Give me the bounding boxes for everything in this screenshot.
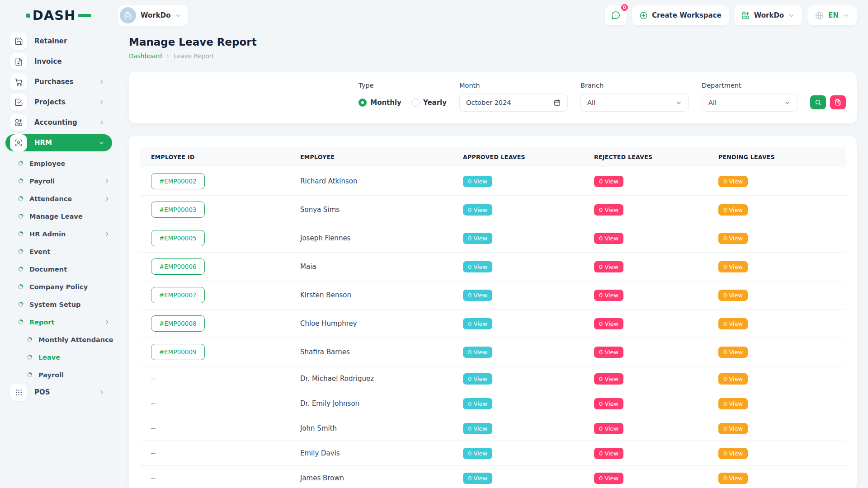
- breadcrumb-current: Leave Report: [174, 52, 214, 60]
- rejected-view-badge[interactable]: 0 View: [594, 176, 623, 187]
- chevron-down-icon: [788, 12, 795, 19]
- sidebar-item-event[interactable]: Event: [0, 243, 118, 260]
- branch-select[interactable]: All: [580, 94, 689, 112]
- create-workspace-button[interactable]: Create Workspace: [632, 5, 729, 25]
- table-row: #EMP00002Richard Atkinson0 View0 View0 V…: [140, 167, 846, 195]
- brand-logo[interactable]: DASH: [26, 8, 92, 23]
- rejected-view-badge[interactable]: 0 View: [594, 423, 623, 434]
- pending-view-badge[interactable]: 0 View: [718, 290, 748, 301]
- pending-view-badge[interactable]: 0 View: [718, 373, 748, 385]
- rejected-view-badge[interactable]: 0 View: [594, 318, 623, 329]
- sidebar-item-report[interactable]: Report: [0, 313, 118, 331]
- department-select[interactable]: All: [702, 94, 797, 112]
- employee-name-cell: Richard Atkinson: [289, 169, 452, 193]
- sidebar-item-manage-leave[interactable]: Manage Leave: [0, 207, 118, 225]
- radio-checked-icon: [359, 99, 367, 107]
- approved-view-badge[interactable]: 0 View: [463, 373, 492, 385]
- employee-id-button[interactable]: #EMP00007: [151, 287, 205, 303]
- app-menu-button[interactable]: WorkDo: [734, 5, 802, 25]
- sidebar-item-employee[interactable]: Employee: [0, 155, 118, 172]
- employee-id-button[interactable]: #EMP00003: [151, 202, 205, 218]
- approved-view-badge[interactable]: 0 View: [463, 318, 492, 329]
- employee-id-button[interactable]: #EMP00008: [151, 315, 205, 332]
- employee-name: Dr. Emily Johnson: [300, 399, 359, 408]
- approved-view-badge[interactable]: 0 View: [463, 473, 492, 484]
- approved-view-badge[interactable]: 0 View: [463, 347, 492, 358]
- sidebar-item-monthly-attendance[interactable]: Monthly Attendance: [0, 331, 118, 348]
- employee-name-cell: Chloe Humphrey: [289, 311, 452, 336]
- messages-button[interactable]: 0: [605, 5, 627, 25]
- sidebar-item-invoice[interactable]: Invoice: [5, 53, 112, 70]
- sidebar-item-payroll[interactable]: Payroll: [0, 172, 118, 190]
- cart-icon: [10, 73, 27, 90]
- pending-view-badge[interactable]: 0 View: [718, 448, 748, 459]
- rejected-view-badge[interactable]: 0 View: [594, 473, 623, 484]
- employee-id-button[interactable]: #EMP00009: [151, 344, 205, 360]
- search-button[interactable]: [810, 95, 826, 109]
- approved-view-badge[interactable]: 0 View: [463, 176, 492, 187]
- pending-view-badge[interactable]: 0 View: [718, 423, 748, 434]
- pending-view-badge[interactable]: 0 View: [718, 347, 748, 358]
- radio-yearly[interactable]: Yearly: [411, 99, 447, 107]
- employee-id-button[interactable]: #EMP00002: [151, 173, 205, 189]
- pending-view-badge[interactable]: 0 View: [718, 176, 748, 187]
- sidebar-item-system-setup[interactable]: System Setup: [0, 296, 118, 313]
- language-selector[interactable]: EN: [807, 5, 857, 25]
- employee-name-cell: Sonya Sims: [289, 197, 452, 222]
- rejected-view-badge[interactable]: 0 View: [594, 290, 623, 301]
- sidebar-item-leave[interactable]: Leave: [0, 348, 118, 366]
- radio-monthly[interactable]: Monthly: [359, 99, 401, 107]
- breadcrumb: Dashboard › Leave Report: [129, 52, 857, 60]
- rejected-view-badge[interactable]: 0 View: [594, 204, 623, 216]
- sidebar-item-label: HR Admin: [29, 230, 66, 238]
- pending-view-badge[interactable]: 0 View: [718, 204, 748, 216]
- pending-view-badge[interactable]: 0 View: [718, 398, 748, 409]
- bullet-icon: [18, 249, 23, 254]
- approved-view-badge[interactable]: 0 View: [463, 204, 492, 216]
- branch-label: Branch: [580, 82, 689, 89]
- rejected-view-badge[interactable]: 0 View: [594, 448, 623, 459]
- approved-leaves-cell: 0 View: [452, 312, 583, 335]
- approved-view-badge[interactable]: 0 View: [463, 261, 492, 272]
- workspace-selector[interactable]: WorkDo: [118, 5, 188, 26]
- sidebar-item-company-policy[interactable]: Company Policy: [0, 278, 118, 296]
- approved-view-badge[interactable]: 0 View: [463, 290, 492, 301]
- pending-view-badge[interactable]: 0 View: [718, 473, 748, 484]
- sidebar-item-accounting[interactable]: Accounting: [5, 114, 112, 131]
- pending-view-badge[interactable]: 0 View: [718, 318, 748, 329]
- rejected-view-badge[interactable]: 0 View: [594, 261, 623, 272]
- employee-id-button[interactable]: #EMP00006: [151, 258, 205, 275]
- workspace-avatar: [120, 7, 136, 23]
- rejected-view-badge[interactable]: 0 View: [594, 347, 623, 358]
- grid-dots-icon: [10, 384, 27, 401]
- rejected-view-badge[interactable]: 0 View: [594, 373, 623, 385]
- employee-id-cell: #EMP00008: [140, 310, 289, 338]
- approved-view-badge[interactable]: 0 View: [463, 398, 492, 409]
- employee-id-button[interactable]: #EMP00005: [151, 230, 205, 246]
- rejected-leaves-cell: 0 View: [583, 442, 707, 465]
- table-row: #EMP00007Kirsten Benson0 View0 View0 Vie…: [140, 281, 846, 309]
- sidebar-item-pos[interactable]: POS: [5, 384, 112, 401]
- pending-leaves-cell: 0 View: [707, 170, 846, 193]
- sidebar-item-hrm[interactable]: HRM: [5, 134, 112, 151]
- month-input[interactable]: October 2024: [459, 94, 568, 112]
- sidebar-item-label: Event: [29, 248, 50, 255]
- approved-view-badge[interactable]: 0 View: [463, 448, 492, 459]
- approved-view-badge[interactable]: 0 View: [463, 423, 492, 434]
- sidebar-item-document[interactable]: Document: [0, 260, 118, 278]
- pending-view-badge[interactable]: 0 View: [718, 261, 748, 272]
- sidebar-item-purchases[interactable]: Purchases: [5, 73, 112, 90]
- rejected-view-badge[interactable]: 0 View: [594, 398, 623, 409]
- breadcrumb-dashboard-link[interactable]: Dashboard: [129, 52, 162, 60]
- sidebar-item-hr-admin[interactable]: HR Admin: [0, 225, 118, 243]
- reset-filter-button[interactable]: [830, 95, 846, 109]
- table-row: #EMP00003Sonya Sims0 View0 View0 View: [140, 195, 846, 224]
- sidebar-item-projects[interactable]: Projects: [5, 94, 112, 111]
- page-title: Manage Leave Report: [129, 36, 857, 48]
- sidebar-item-retainer[interactable]: Retainer: [5, 33, 112, 50]
- pending-view-badge[interactable]: 0 View: [718, 233, 748, 244]
- sidebar-item-payroll[interactable]: Payroll: [0, 366, 118, 384]
- approved-view-badge[interactable]: 0 View: [463, 233, 492, 244]
- sidebar-item-attendance[interactable]: Attendance: [0, 190, 118, 207]
- rejected-view-badge[interactable]: 0 View: [594, 233, 623, 244]
